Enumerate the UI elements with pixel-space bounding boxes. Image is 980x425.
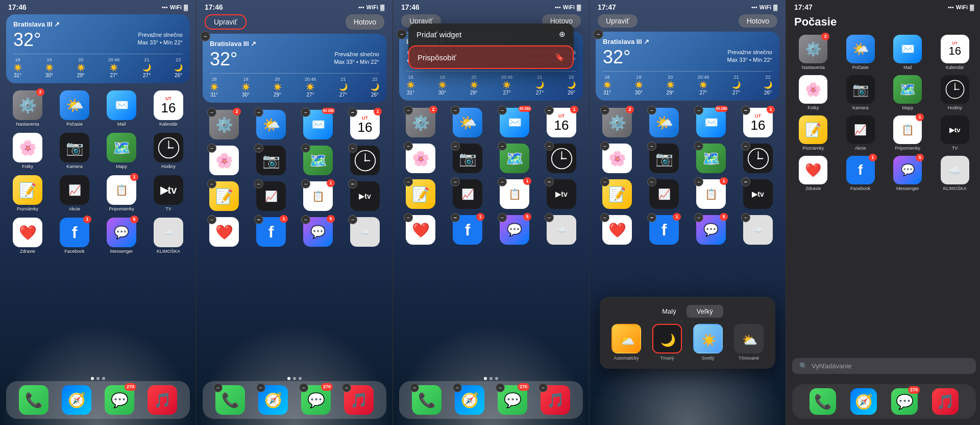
widget-opt-tinted[interactable]: ⛅ Tónované — [730, 324, 767, 361]
weather-temp-2: 32° — [210, 49, 237, 70]
al-app-klimoska[interactable]: ☁️ KLIMOŠKA — [934, 156, 976, 191]
dock-phone-3[interactable]: 📞− — [412, 385, 442, 415]
weather-widget-2[interactable]: − Bratislava III ↗ 32° Prevažne slnečnoM… — [203, 34, 386, 103]
al-app-camera[interactable]: 📷 Kamera — [840, 75, 882, 110]
al-app-clock[interactable]: Hodiny — [934, 75, 976, 110]
app-mail-2[interactable]: ✉️ − 50 260 — [298, 110, 338, 139]
app-messenger[interactable]: 💬5 Messenger — [101, 218, 142, 254]
app-calendar[interactable]: UT 16 Kalendár — [148, 90, 189, 127]
app-weather-2[interactable]: 🌤️ − — [251, 110, 291, 139]
app-clock[interactable]: Hodiny — [148, 133, 189, 169]
weather-widget-4[interactable]: − Bratislava III ↗ 32° Prevažne slnečnoM… — [596, 32, 779, 101]
dock-safari-5[interactable]: 🧭 — [850, 388, 877, 415]
svg-text:☀️: ☀️ — [701, 333, 717, 347]
app-photos[interactable]: 🌸 Fotky — [7, 133, 48, 169]
app-reminders[interactable]: 📋1 Pripomienky — [101, 175, 142, 211]
ws-tab-maly[interactable]: Malý — [652, 305, 686, 318]
app-facebook-2[interactable]: f−1 — [251, 217, 291, 247]
dock-phone-2[interactable]: 📞− — [215, 385, 245, 415]
upravit-button-2[interactable]: Upraviť — [205, 14, 247, 30]
app-reminders-2[interactable]: 📋−1 — [298, 181, 338, 211]
ws-tab-velky[interactable]: Veľký — [687, 305, 723, 318]
dock-phone[interactable]: 📞 — [19, 385, 48, 415]
dock-safari-2[interactable]: 🧭− — [258, 385, 288, 415]
dock-messages-5[interactable]: 💬270 — [891, 388, 918, 415]
status-icons-5: ▪▪▪ WiFi ▓ — [948, 4, 974, 10]
signal-icon-5: ▪▪▪ — [948, 4, 954, 10]
weather-widget-1[interactable]: Bratislava III ↗ 32° Prevažne slnečnoMax… — [6, 14, 190, 83]
dock-music-2[interactable]: 🎵− — [344, 385, 374, 415]
dark-label: Tmavý — [660, 356, 674, 361]
search-bar-5[interactable]: 🔍 Vyhľadávanie — [792, 358, 976, 374]
app-maps-2[interactable]: 🗺️− — [298, 146, 338, 175]
app-grid-2: ⚙️ − 2 🌤️ − ✉️ − 50 260 UT 16 − 1 — [197, 105, 393, 252]
al-app-health[interactable]: ❤️ Zdravie — [792, 156, 835, 191]
app-camera[interactable]: 📷 Kamera — [54, 133, 95, 169]
app-klimoska[interactable]: ☁️ KLIMOŠKA — [148, 218, 189, 254]
al-app-weather[interactable]: 🌤️ Počasie — [840, 35, 882, 70]
dock-music[interactable]: 🎵 — [148, 385, 177, 415]
al-app-photos[interactable]: 🌸 Fotky — [792, 75, 835, 110]
widget-opt-dark[interactable]: 🌙 Tmavý — [649, 324, 685, 361]
dock-safari-3[interactable]: 🧭− — [455, 385, 484, 415]
context-prispôsobiť[interactable]: Prispôsobiť 🔖 — [408, 45, 574, 69]
widget-opt-auto[interactable]: ⛅ Automaticky — [608, 324, 645, 361]
app-facebook[interactable]: f1 Facebook — [54, 218, 95, 254]
app-notes-2[interactable]: 📝− — [204, 181, 244, 211]
app-health[interactable]: ❤️ Zdravie — [7, 218, 48, 254]
dock-messages-3[interactable]: 💬−270 — [498, 385, 527, 415]
app-maps[interactable]: 🗺️ Mapy — [101, 133, 142, 169]
upravit-button-4[interactable]: Upraviť — [598, 14, 638, 28]
dock-safari[interactable]: 🧭 — [62, 385, 91, 415]
app-calendar-3[interactable]: UT16 −1 — [541, 108, 582, 137]
screen-1-normal: 17:46 ▪▪▪ WiFi ▓ Bratislava III ↗ 32° Pr… — [0, 0, 196, 425]
al-app-messenger[interactable]: 💬5 Messenger — [887, 156, 929, 191]
widget-opt-light[interactable]: ☀️ Svetlý — [690, 324, 726, 361]
battery-icon-3: ▓ — [577, 4, 581, 10]
al-app-mail[interactable]: ✉️ Mail — [887, 35, 929, 70]
app-clock-2[interactable]: − — [345, 146, 385, 175]
al-app-calendar[interactable]: UT16 Kalendár — [934, 35, 976, 70]
al-app-reminders[interactable]: 📋1 Pripomienky — [887, 115, 929, 151]
dock-music-3[interactable]: 🎵− — [541, 385, 570, 415]
app-tv[interactable]: ▶tv TV — [148, 175, 189, 211]
app-stocks-2[interactable]: 📈− — [251, 181, 291, 211]
al-app-stocks[interactable]: 📈 Akcie — [840, 115, 882, 151]
context-add-widget[interactable]: Pridať widget ⊕ — [408, 23, 574, 45]
app-mail-3[interactable]: ✉️−50 260 — [494, 108, 535, 137]
al-app-settings[interactable]: ⚙️2 Nastavenia — [792, 35, 835, 70]
app-stocks[interactable]: 📈 Akcie — [54, 175, 95, 211]
app-weather-3[interactable]: 🌤️− — [447, 108, 488, 137]
dock-music-5[interactable]: 🎵 — [932, 388, 959, 415]
al-app-tv[interactable]: ▶tv TV — [934, 115, 976, 151]
app-camera-2[interactable]: 📷− — [251, 146, 291, 175]
app-settings-3[interactable]: ⚙️−2 — [400, 108, 441, 137]
dock-messages-2[interactable]: 💬−270 — [301, 385, 331, 415]
app-camera-3[interactable]: 📷− — [447, 144, 488, 173]
al-app-facebook[interactable]: f1 Facebook — [840, 156, 882, 191]
app-notes[interactable]: 📝 Poznámky — [7, 175, 48, 211]
al-app-notes[interactable]: 📝 Poznámky — [792, 115, 835, 151]
app-settings[interactable]: ⚙️2 Nastavenia — [7, 90, 48, 127]
app-messenger-2[interactable]: 💬−5 — [298, 217, 338, 247]
app-clock-3[interactable]: − — [541, 144, 582, 173]
app-calendar-2[interactable]: UT 16 − 1 — [345, 110, 385, 139]
app-weather[interactable]: 🌤️ Počasie — [54, 90, 95, 127]
screen-3-context: 17:46 ▪▪▪ WiFi ▓ Upraviť Hotovo Pridať w… — [393, 0, 589, 425]
hotovo-button-2[interactable]: Hotovo — [346, 14, 384, 30]
app-klimoska-2[interactable]: ☁️− — [345, 217, 385, 247]
hotovo-button-4[interactable]: Hotovo — [739, 14, 777, 28]
app-tv-2[interactable]: ▶tv− — [345, 181, 385, 211]
dock-phone-5[interactable]: 📞 — [810, 388, 836, 415]
context-menu: Pridať widget ⊕ Prispôsobiť 🔖 — [408, 23, 574, 69]
dock-messages[interactable]: 💬270 — [105, 385, 134, 415]
app-health-2[interactable]: ❤️− — [204, 217, 244, 247]
app-photos-2[interactable]: 🌸− — [204, 146, 244, 175]
al-app-maps[interactable]: 🗺️ Mapy — [887, 75, 929, 110]
app-photos-3[interactable]: 🌸− — [400, 144, 441, 173]
app-settings-2[interactable]: ⚙️ − 2 — [204, 110, 244, 139]
app-maps-3[interactable]: 🗺️− — [494, 144, 535, 173]
battery-icon-4: ▓ — [773, 4, 777, 10]
app-mail[interactable]: ✉️ Mail — [101, 90, 142, 127]
widget-options: ⛅ Automaticky 🌙 Tmavý ☀️ Svetlý ⛅ — [608, 324, 767, 361]
